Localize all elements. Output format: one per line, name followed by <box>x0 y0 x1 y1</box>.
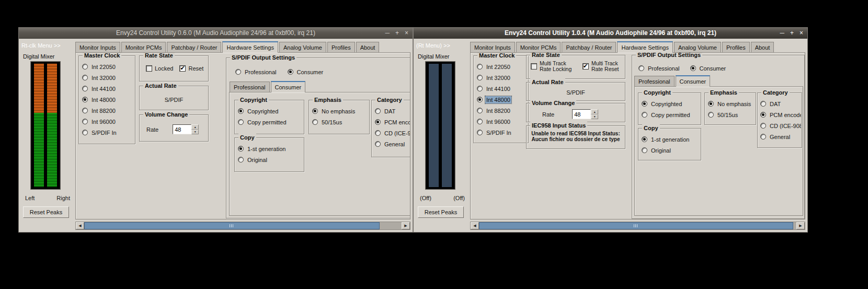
radio-icon <box>477 75 483 80</box>
checkbox-reset[interactable]: Reset <box>179 65 203 72</box>
radio-original[interactable]: Original <box>238 154 303 165</box>
rate-spinbox[interactable]: ▲ ▼ <box>173 124 199 134</box>
radio-int-48000[interactable]: Int 48000 <box>82 94 134 105</box>
rate-label: Rate <box>542 111 554 118</box>
rate-input[interactable] <box>173 124 191 134</box>
tab-spdif-consumer[interactable]: Consumer <box>271 81 306 93</box>
tab-monitor-inputs[interactable]: Monitor Inputs <box>75 42 120 52</box>
tab-patchbay-router[interactable]: Patchbay / Router <box>167 42 221 52</box>
rate-input[interactable] <box>572 109 591 119</box>
radio-icon <box>708 101 714 107</box>
radio-no-emphasis[interactable]: No emphasis <box>312 106 369 117</box>
reset-peaks-button[interactable]: Reset Peaks <box>23 206 69 218</box>
radio-general[interactable]: General <box>375 138 410 149</box>
radio-professional-mode[interactable]: Professional <box>638 63 681 74</box>
tab-profiles[interactable]: Profiles <box>327 42 355 52</box>
scroll-thumb[interactable] <box>84 222 380 229</box>
right-click-menu-hint[interactable]: Rt-clk Menu >> <box>21 42 61 49</box>
radio-int-22050[interactable]: Int 22050 <box>82 61 134 72</box>
radio-int-88200[interactable]: Int 88200 <box>82 105 134 116</box>
radio-50-15us[interactable]: 50/15us <box>708 109 755 120</box>
radio-dat[interactable]: DAT <box>760 98 801 109</box>
radio-icon <box>477 130 483 135</box>
radio-original[interactable]: Original <box>642 145 700 156</box>
scroll-left-button[interactable]: ◀ <box>76 222 84 229</box>
reset-peaks-button[interactable]: Reset Peaks <box>418 206 464 218</box>
radio-dat[interactable]: DAT <box>375 106 410 117</box>
maximize-button[interactable]: + <box>395 30 399 36</box>
spin-up-button[interactable]: ▲ <box>591 109 598 114</box>
radio-consumer-mode[interactable]: Consumer <box>288 66 325 77</box>
close-button[interactable]: × <box>405 30 408 36</box>
tab-hardware-settings[interactable]: Hardware Settings <box>222 41 278 53</box>
tab-about[interactable]: About <box>751 42 774 52</box>
checkbox-locked[interactable]: Locked <box>146 65 173 72</box>
spdif-consumer-page: Copyright Copyrighted Copy permitted <box>634 86 803 216</box>
scroll-left-button[interactable]: ◀ <box>471 222 479 229</box>
radio-no-emphasis[interactable]: No emphasis <box>708 98 755 109</box>
close-button[interactable]: × <box>800 30 803 36</box>
radio-cd-ice-908[interactable]: CD (ICE-908) <box>760 120 801 131</box>
maximize-button[interactable]: + <box>790 30 794 36</box>
radio-1st-generation[interactable]: 1-st generation <box>642 134 700 145</box>
group-title: Category <box>761 89 790 96</box>
radio-copyrighted[interactable]: Copyrighted <box>642 98 700 109</box>
master-clock-options: Int 22050 Int 32000 Int 44100 Int 4 <box>82 61 134 143</box>
tab-profiles[interactable]: Profiles <box>722 42 750 52</box>
right-click-menu-hint[interactable]: (Rt Menu) >> <box>416 42 450 49</box>
radio-spdif-in[interactable]: S/PDIF In <box>477 127 528 138</box>
checkbox-multi-track-rate-reset[interactable]: Multi Track Rate Reset <box>583 61 629 72</box>
radio-int-88200[interactable]: Int 88200 <box>477 105 528 116</box>
tab-monitor-pcms[interactable]: Monitor PCMs <box>121 42 166 52</box>
tab-about[interactable]: About <box>356 42 380 52</box>
scroll-thumb[interactable] <box>479 222 793 229</box>
tab-monitor-inputs[interactable]: Monitor Inputs <box>470 42 515 52</box>
minimize-button[interactable]: ─ <box>385 30 390 36</box>
scroll-track[interactable] <box>479 222 796 229</box>
tab-spdif-professional[interactable]: Professional <box>230 82 270 92</box>
volume-rate-row: Rate ▲ ▼ <box>140 124 206 134</box>
spin-down-button[interactable]: ▼ <box>591 114 598 120</box>
rate-spinbox[interactable]: ▲ ▼ <box>572 109 598 119</box>
titlebar[interactable]: Envy24 Control Utility 1.0.4 (M Audio Au… <box>414 28 807 39</box>
radio-spdif-in[interactable]: S/PDIF In <box>82 127 134 138</box>
radio-int-32000[interactable]: Int 32000 <box>477 72 528 83</box>
radio-int-96000[interactable]: Int 96000 <box>82 116 134 127</box>
radio-cd-ice-908[interactable]: CD (ICE-908) <box>375 128 410 138</box>
tab-hardware-settings[interactable]: Hardware Settings <box>617 41 673 53</box>
radio-consumer-mode[interactable]: Consumer <box>690 63 727 74</box>
horizontal-scrollbar[interactable]: ◀ ▶ <box>470 222 805 230</box>
tab-analog-volume[interactable]: Analog Volume <box>279 42 326 52</box>
scroll-right-button[interactable]: ▶ <box>796 222 805 229</box>
radio-general[interactable]: General <box>760 131 801 142</box>
radio-1st-generation[interactable]: 1-st generation <box>238 143 303 154</box>
scroll-right-button[interactable]: ▶ <box>402 222 410 229</box>
tab-patchbay-router[interactable]: Patchbay / Router <box>562 42 616 52</box>
tab-analog-volume[interactable]: Analog Volume <box>674 42 721 52</box>
spin-down-button[interactable]: ▼ <box>191 130 199 135</box>
tab-monitor-pcms[interactable]: Monitor PCMs <box>516 42 561 52</box>
radio-copy-permitted[interactable]: Copy permitted <box>642 109 700 120</box>
radio-professional-mode[interactable]: Professional <box>235 66 278 77</box>
radio-int-96000[interactable]: Int 96000 <box>477 116 528 127</box>
radio-int-32000[interactable]: Int 32000 <box>82 72 134 83</box>
horizontal-scrollbar[interactable]: ◀ ▶ <box>75 222 410 230</box>
checkbox-multi-track-rate-locking[interactable]: Multi Track Rate Locking <box>531 61 577 72</box>
radio-pcm-encoder[interactable]: PCM encoder <box>760 109 801 120</box>
radio-int-44100[interactable]: Int 44100 <box>82 83 134 94</box>
radio-int-48000[interactable]: Int 48000 <box>477 94 528 105</box>
spin-up-button[interactable]: ▲ <box>191 124 199 130</box>
radio-pcm-encoder[interactable]: PCM encoder <box>375 117 410 128</box>
radio-int-44100[interactable]: Int 44100 <box>477 83 528 94</box>
minimize-button[interactable]: ─ <box>780 30 784 36</box>
spdif-mode-options: Professional Consumer <box>235 66 324 77</box>
titlebar[interactable]: Envy24 Control Utility 0.6.0 (M Audio Au… <box>19 28 413 39</box>
tab-spdif-consumer[interactable]: Consumer <box>676 75 711 87</box>
radio-int-22050[interactable]: Int 22050 <box>477 61 528 72</box>
tab-spdif-professional[interactable]: Professional <box>634 76 675 86</box>
option-label: DAT <box>383 108 396 115</box>
radio-copy-permitted[interactable]: Copy permitted <box>238 117 303 128</box>
radio-50-15us[interactable]: 50/15us <box>312 117 369 128</box>
radio-copyrighted[interactable]: Copyrighted <box>238 106 303 117</box>
scroll-track[interactable] <box>84 222 402 229</box>
